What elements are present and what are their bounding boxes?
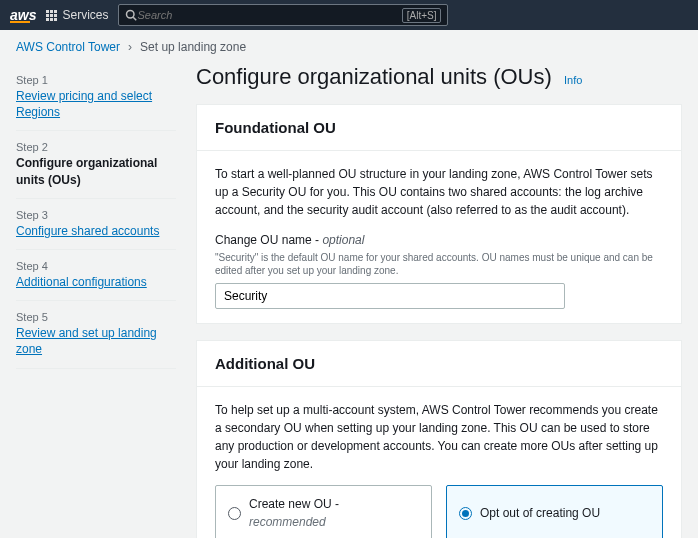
info-link[interactable]: Info (564, 74, 582, 86)
search-wrap[interactable]: [Alt+S] (118, 4, 448, 26)
search-input[interactable] (137, 9, 401, 21)
top-nav: aws Services [Alt+S] (0, 0, 698, 30)
step-link[interactable]: Additional configurations (16, 275, 147, 289)
aws-logo[interactable]: aws (10, 7, 36, 23)
additional-heading: Additional OU (215, 355, 663, 372)
sidebar-step-5[interactable]: Step 5 Review and set up landing zone (16, 301, 176, 368)
ou-name-hint: "Security" is the default OU name for yo… (215, 251, 663, 277)
step-num: Step 4 (16, 260, 176, 272)
sidebar-step-1[interactable]: Step 1 Review pricing and select Regions (16, 64, 176, 131)
radio-opt-out[interactable]: Opt out of creating OU (446, 485, 663, 538)
breadcrumb-current: Set up landing zone (140, 40, 246, 54)
step-num: Step 3 (16, 209, 176, 221)
sidebar-step-4[interactable]: Step 4 Additional configurations (16, 250, 176, 301)
ou-name-input[interactable] (215, 283, 565, 309)
step-link[interactable]: Review pricing and select Regions (16, 89, 152, 119)
chevron-right-icon: › (128, 40, 132, 54)
step-num: Step 1 (16, 74, 176, 86)
step-num: Step 2 (16, 141, 176, 153)
search-shortcut: [Alt+S] (402, 8, 442, 23)
search-icon (125, 9, 137, 21)
step-link[interactable]: Review and set up landing zone (16, 326, 157, 356)
radio-create-ou[interactable]: Create new OU - recommended (215, 485, 432, 538)
foundational-ou-panel: Foundational OU To start a well-planned … (196, 104, 682, 324)
radio-icon (228, 507, 241, 520)
services-button[interactable]: Services (46, 8, 108, 22)
step-title: Configure organizational units (OUs) (16, 155, 176, 187)
wizard-sidebar: Step 1 Review pricing and select Regions… (16, 64, 176, 369)
additional-ou-panel: Additional OU To help set up a multi-acc… (196, 340, 682, 538)
breadcrumb: AWS Control Tower › Set up landing zone (0, 30, 698, 64)
grid-icon (46, 10, 57, 21)
foundational-heading: Foundational OU (215, 119, 663, 136)
foundational-desc: To start a well-planned OU structure in … (215, 165, 663, 219)
services-label: Services (62, 8, 108, 22)
ou-name-label: Change OU name - optional (215, 231, 663, 249)
svg-line-1 (134, 17, 137, 20)
main-content: Configure organizational units (OUs) Inf… (196, 64, 682, 538)
svg-point-0 (127, 11, 135, 19)
step-num: Step 5 (16, 311, 176, 323)
radio-icon (459, 507, 472, 520)
additional-desc: To help set up a multi-account system, A… (215, 401, 663, 473)
page-title: Configure organizational units (OUs) Inf… (196, 64, 682, 90)
breadcrumb-root[interactable]: AWS Control Tower (16, 40, 120, 54)
sidebar-step-2: Step 2 Configure organizational units (O… (16, 131, 176, 198)
sidebar-step-3[interactable]: Step 3 Configure shared accounts (16, 199, 176, 250)
step-link[interactable]: Configure shared accounts (16, 224, 159, 238)
